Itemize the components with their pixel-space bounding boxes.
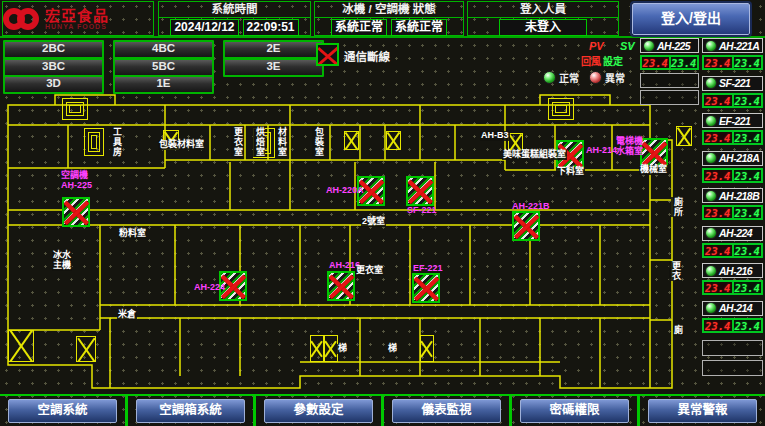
- unit-sf-221-values: 23.423.4: [702, 93, 763, 108]
- unit-sf-221[interactable]: SF-221: [702, 76, 763, 91]
- login-user-value: 未登入: [499, 19, 587, 36]
- unit-ah-218b[interactable]: AH-218B: [702, 188, 763, 203]
- chiller-status-value: 系統正常: [331, 19, 387, 36]
- floor-button-3d[interactable]: 3D: [3, 75, 104, 94]
- footer-cell: 空調箱系統: [128, 396, 256, 426]
- pv-value: 23.4: [703, 319, 733, 332]
- unit-ah-216[interactable]: AH-216: [702, 263, 763, 278]
- device-icon-ah-216[interactable]: [327, 271, 355, 301]
- device-icon-sf-221[interactable]: [406, 176, 434, 206]
- normal-label: 正常: [559, 70, 579, 85]
- unit-name-label: AH-214: [719, 302, 752, 314]
- login-logout-button[interactable]: 登入/登出: [632, 3, 750, 35]
- device-icon-ah-225[interactable]: [62, 197, 90, 227]
- unit-ah-214[interactable]: AH-214: [702, 301, 763, 316]
- system-time-label: 系統時間: [159, 2, 310, 18]
- pv-value: 23.4: [703, 94, 733, 107]
- room-label: AH-B3: [480, 131, 510, 141]
- unit-status-led: [705, 115, 717, 127]
- footer-cell: 參數設定: [256, 396, 384, 426]
- unit-ah-218a-values: 23.423.4: [702, 168, 763, 183]
- floor-button-4bc[interactable]: 4BC: [113, 40, 214, 59]
- login-user-label: 登入人員: [468, 2, 618, 18]
- normal-legend: 正常: [543, 70, 579, 85]
- room-label: 更衣: [669, 261, 681, 281]
- device-label-ef-221: EF-221: [412, 264, 444, 274]
- nav-button-異常警報[interactable]: 異常警報: [648, 399, 756, 423]
- comm-fail-legend-icon: [316, 43, 339, 66]
- room-label: 更衣室: [231, 127, 243, 157]
- device-icon-ah-221b[interactable]: [512, 211, 540, 241]
- footer-cell: 密碼權限: [512, 396, 640, 426]
- system-time-value: 22:09:51: [243, 19, 299, 36]
- unit-ef-221-values: 23.423.4: [702, 130, 763, 145]
- system-date-value: 2024/12/12: [170, 19, 238, 36]
- logo-title: 宏亞食品: [45, 8, 109, 23]
- floor-row-2: 3BC5BC3E: [3, 58, 333, 77]
- footer-cell: 空調系統: [0, 396, 128, 426]
- ahu-status-value: 系統正常: [391, 19, 447, 36]
- unit-ah-221a-values: 23.423.4: [702, 55, 763, 70]
- stairs-icon: [62, 98, 88, 120]
- shaft-cross-icon: [310, 335, 324, 362]
- pv-value: 23.4: [703, 131, 733, 144]
- floor-button-1e[interactable]: 1E: [113, 75, 214, 94]
- floor-button-3bc[interactable]: 3BC: [3, 58, 104, 77]
- nav-button-空調箱系統[interactable]: 空調箱系統: [136, 399, 244, 423]
- sv-header: SV: [620, 40, 635, 52]
- floor-button-3e[interactable]: 3E: [223, 58, 324, 77]
- nav-button-空調系統[interactable]: 空調系統: [8, 399, 116, 423]
- unit-status-led: [705, 40, 717, 52]
- unit-ah-225-values: 23.423.4: [640, 55, 699, 70]
- unit-name-label: AH-221A: [719, 40, 759, 52]
- device-label-ah-214: AH-214: [585, 146, 618, 156]
- normal-led-icon: [543, 71, 556, 84]
- unit-ah-221a[interactable]: AH-221A: [702, 38, 763, 53]
- company-logo: 宏亞食品 HUNYA FOODS: [2, 1, 154, 36]
- pv-value: 23.4: [703, 169, 733, 182]
- unit-ah-214-values: 23.423.4: [702, 318, 763, 333]
- unit-ah-216-values: 23.423.4: [702, 280, 763, 295]
- stairs-icon: [548, 98, 574, 120]
- room-label: 廁所: [671, 197, 683, 217]
- floor-button-2e[interactable]: 2E: [223, 40, 324, 59]
- logo-icon: [17, 8, 39, 30]
- nav-button-密碼權限[interactable]: 密碼權限: [520, 399, 628, 423]
- unit-status-led: [643, 40, 655, 52]
- sv-value: 23.4: [733, 94, 763, 107]
- footer-nav: 空調系統空調箱系統參數設定儀表監視密碼權限異常警報: [0, 394, 765, 426]
- unit-ef-221[interactable]: EF-221: [702, 113, 763, 128]
- machine-status-label: 冰機 / 空調機 狀態: [315, 2, 463, 18]
- sv-value: 23.4: [670, 56, 699, 69]
- room-label: 包裝材料室: [158, 140, 205, 150]
- device-icon-ef-221[interactable]: [412, 273, 440, 303]
- unit-name-label: AH-218B: [719, 190, 759, 202]
- abnormal-legend: 異常: [589, 70, 625, 85]
- footer-cell: 異常警報: [640, 396, 765, 426]
- unit-ah-224-values: 23.423.4: [702, 243, 763, 258]
- logo-subtitle: HUNYA FOODS: [45, 23, 109, 30]
- device-label-水箱室: 電梯機 水箱室: [615, 137, 644, 157]
- empty-unit-slot: [640, 90, 699, 105]
- stairs-icon: [84, 128, 104, 156]
- abnormal-label: 異常: [605, 70, 625, 85]
- nav-button-參數設定[interactable]: 參數設定: [264, 399, 372, 423]
- unit-ah-224[interactable]: AH-224: [702, 226, 763, 241]
- device-label-ah-225: 空調機 AH-225: [60, 171, 93, 191]
- unit-status-led: [705, 152, 717, 164]
- shaft-cross-icon: [8, 330, 34, 362]
- nav-button-儀表監視[interactable]: 儀表監視: [392, 399, 500, 423]
- pv-header: PV: [589, 40, 604, 52]
- room-label: 材料室: [275, 127, 287, 157]
- shaft-cross-icon: [386, 131, 401, 150]
- pv-value: 23.4: [703, 56, 733, 69]
- floor-button-2bc[interactable]: 2BC: [3, 40, 104, 59]
- unit-ah-225[interactable]: AH-225: [640, 38, 699, 53]
- floor-row-1: 2BC4BC2E: [3, 40, 333, 59]
- floor-row-3: 3D1E: [3, 75, 223, 94]
- floor-button-5bc[interactable]: 5BC: [113, 58, 214, 77]
- header-bar: 宏亞食品 HUNYA FOODS 系統時間 2024/12/12 22:09:5…: [0, 0, 765, 38]
- login-user-section: 登入人員 未登入: [467, 1, 619, 36]
- shaft-cross-icon: [76, 336, 96, 362]
- unit-ah-218a[interactable]: AH-218A: [702, 151, 763, 166]
